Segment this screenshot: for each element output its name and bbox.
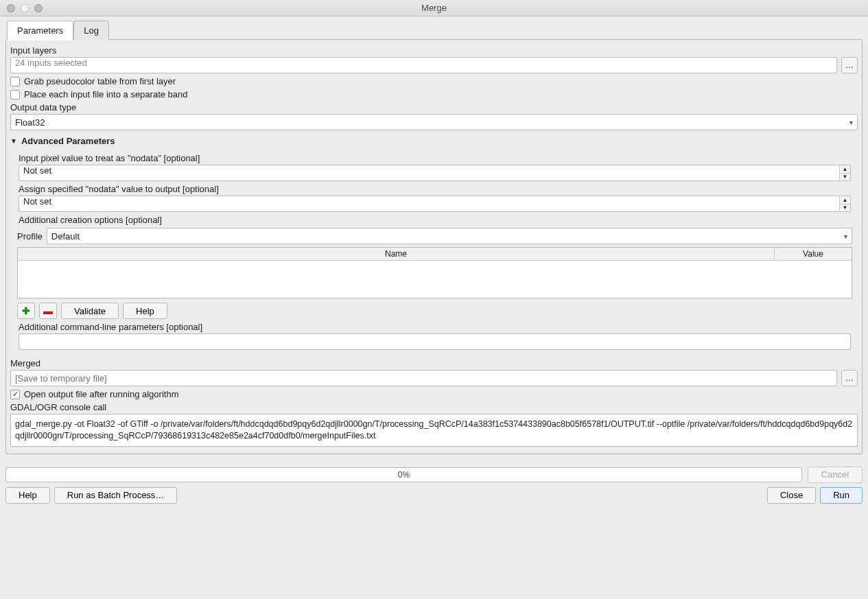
separate-band-label: Place each input file into a separate ba… bbox=[24, 89, 188, 99]
grab-pseudocolor-label: Grab pseudocolor table from first layer bbox=[24, 76, 176, 86]
profile-value: Default bbox=[51, 231, 80, 242]
input-layers-label: Input layers bbox=[10, 45, 858, 56]
advanced-parameters-label: Advanced Parameters bbox=[21, 136, 115, 146]
output-data-type-select[interactable]: Float32 ▾ bbox=[10, 114, 858, 130]
chevron-down-icon: ▾ bbox=[844, 233, 847, 240]
tab-bar: Parameters Log bbox=[7, 21, 863, 40]
advanced-parameters-toggle[interactable]: ▼ Advanced Parameters bbox=[10, 136, 858, 146]
creation-options-table: Name Value bbox=[17, 247, 852, 298]
merged-label: Merged bbox=[10, 358, 858, 368]
cancel-button: Cancel bbox=[808, 467, 863, 483]
merged-browse-button[interactable]: … bbox=[841, 370, 858, 386]
advanced-parameters-panel: Input pixel value to treat as "nodata" [… bbox=[9, 149, 859, 355]
progress-text: 0% bbox=[398, 470, 410, 480]
input-layers-browse-button[interactable]: … bbox=[841, 57, 858, 73]
open-output-label: Open output file after running algorithm bbox=[24, 389, 178, 399]
table-header-value: Value bbox=[775, 248, 852, 260]
window-title: Merge bbox=[0, 3, 868, 13]
tab-parameters[interactable]: Parameters bbox=[7, 21, 73, 40]
nodata-out-step-up[interactable]: ▲ bbox=[839, 196, 850, 204]
cmdline-params-field[interactable] bbox=[19, 333, 851, 350]
close-button[interactable]: Close bbox=[767, 487, 816, 504]
input-layers-field[interactable]: 24 inputs selected bbox=[10, 57, 837, 73]
tab-log[interactable]: Log bbox=[73, 21, 109, 40]
nodata-out-field[interactable]: Not set bbox=[19, 196, 851, 212]
minus-icon: ▬ bbox=[43, 305, 53, 316]
console-call-box[interactable]: gdal_merge.py -ot Float32 -of GTiff -o /… bbox=[10, 414, 858, 447]
nodata-in-label: Input pixel value to treat as "nodata" [… bbox=[19, 153, 851, 163]
run-batch-button[interactable]: Run as Batch Process… bbox=[54, 487, 178, 504]
run-button[interactable]: Run bbox=[820, 487, 863, 504]
open-output-checkbox[interactable]: ✓ bbox=[10, 390, 20, 399]
progress-bar: 0% bbox=[5, 467, 802, 482]
parameters-panel: Input layers 24 inputs selected … Grab p… bbox=[5, 39, 863, 454]
grab-pseudocolor-checkbox[interactable] bbox=[10, 77, 20, 86]
profile-select[interactable]: Default ▾ bbox=[47, 228, 852, 244]
table-header-name: Name bbox=[18, 248, 775, 260]
console-call-label: GDAL/OGR console call bbox=[10, 402, 858, 412]
nodata-in-field[interactable]: Not set bbox=[19, 165, 851, 181]
profile-label: Profile bbox=[17, 231, 43, 242]
cmdline-params-label: Additional command-line parameters [opti… bbox=[19, 322, 851, 332]
separate-band-checkbox[interactable] bbox=[10, 90, 20, 99]
titlebar: Merge bbox=[0, 0, 868, 16]
nodata-out-step-down[interactable]: ▼ bbox=[839, 204, 850, 212]
triangle-down-icon: ▼ bbox=[10, 137, 17, 145]
add-option-button[interactable]: ✚ bbox=[17, 303, 35, 319]
validate-button[interactable]: Validate bbox=[61, 303, 119, 319]
creation-options-table-body[interactable] bbox=[18, 261, 852, 298]
help-button[interactable]: Help bbox=[5, 487, 50, 504]
merged-output-field[interactable] bbox=[10, 370, 837, 386]
output-data-type-value: Float32 bbox=[15, 117, 45, 128]
output-data-type-label: Output data type bbox=[10, 102, 858, 113]
nodata-in-step-down[interactable]: ▼ bbox=[839, 174, 850, 181]
chevron-down-icon: ▾ bbox=[849, 119, 853, 126]
help-options-button[interactable]: Help bbox=[123, 303, 167, 319]
nodata-in-step-up[interactable]: ▲ bbox=[839, 165, 850, 174]
remove-option-button[interactable]: ▬ bbox=[39, 303, 57, 319]
creation-options-label: Additional creation options [optional] bbox=[19, 215, 851, 225]
plus-icon: ✚ bbox=[22, 305, 30, 316]
nodata-out-label: Assign specified "nodata" value to outpu… bbox=[19, 184, 851, 194]
